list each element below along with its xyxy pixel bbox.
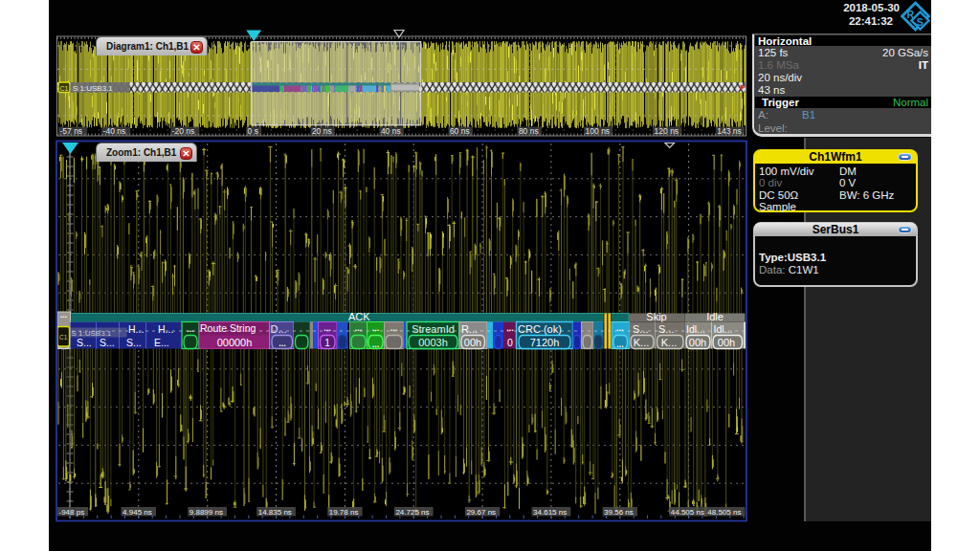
svg-text:Idl...: Idl... (686, 323, 705, 335)
svg-text:ACK: ACK (348, 311, 370, 322)
svg-text:40 ns: 40 ns (381, 126, 401, 136)
svg-text:StreamId: StreamId (412, 323, 455, 335)
svg-text:44.505 ns: 44.505 ns (671, 508, 704, 517)
svg-text:...: ... (616, 340, 624, 349)
svg-text:00h: 00h (718, 337, 735, 348)
svg-text:00h: 00h (464, 337, 481, 348)
svg-text:1: 1 (324, 338, 330, 348)
svg-text:120 ns: 120 ns (655, 126, 679, 136)
svg-text:R...: R... (461, 323, 478, 335)
svg-text:48.505 ns: 48.505 ns (707, 508, 741, 517)
svg-text:14.835 ns: 14.835 ns (258, 508, 292, 517)
svg-text:29.67 ns: 29.67 ns (466, 508, 496, 517)
svg-text:00h: 00h (689, 337, 706, 348)
svg-text:-20 ns: -20 ns (172, 126, 195, 136)
svg-text:S 1:USB3.1: S 1:USB3.1 (72, 329, 112, 338)
svg-text:H...: H... (128, 323, 144, 335)
svg-text:S...: S... (100, 337, 115, 348)
svg-text:0003h: 0003h (418, 337, 448, 348)
svg-text:S...: S... (633, 323, 649, 335)
svg-text:S...: S... (77, 337, 92, 348)
svg-text:...: ... (278, 339, 286, 348)
svg-text:24.725 ns: 24.725 ns (395, 508, 429, 517)
svg-text:C1: C1 (59, 334, 68, 341)
svg-text:-948 ps: -948 ps (59, 508, 85, 517)
svg-text:H...: H... (158, 323, 173, 335)
svg-text:-40 ns: -40 ns (103, 126, 126, 136)
svg-text:Skip: Skip (646, 311, 666, 322)
svg-text:0: 0 (507, 337, 513, 348)
svg-text:...: ... (187, 324, 194, 334)
svg-text:K...: K... (661, 337, 678, 348)
svg-text:CRC (ok): CRC (ok) (518, 323, 562, 335)
svg-text:...: ... (60, 310, 68, 320)
svg-text:S 1:USB3.1: S 1:USB3.1 (73, 84, 113, 93)
svg-text:K...: K... (634, 337, 650, 348)
svg-text:0 s: 0 s (248, 126, 258, 136)
svg-text:19.78 ns: 19.78 ns (329, 508, 359, 517)
svg-text:Idle: Idle (706, 311, 724, 322)
svg-text:34.615 ns: 34.615 ns (533, 508, 567, 517)
svg-text:00000h: 00000h (217, 337, 253, 348)
svg-text:100 ns: 100 ns (586, 126, 611, 136)
svg-text:Idl...: Idl... (714, 323, 733, 335)
svg-text:C1: C1 (60, 85, 69, 92)
svg-text:D...: D... (271, 323, 287, 335)
svg-text:80 ns: 80 ns (519, 126, 539, 136)
svg-text:7120h: 7120h (530, 337, 560, 348)
svg-text:S: S (917, 16, 924, 28)
svg-text:20 ns: 20 ns (312, 126, 332, 136)
svg-text:S...: S... (658, 323, 675, 335)
svg-text:4.945 ns: 4.945 ns (122, 508, 152, 517)
svg-text:60 ns: 60 ns (450, 126, 470, 136)
svg-text:39.56 ns: 39.56 ns (604, 508, 634, 517)
svg-text:E...: E... (154, 337, 169, 348)
svg-text:S...: S... (126, 337, 142, 348)
svg-text:Route String: Route String (200, 322, 256, 334)
svg-text:...: ... (372, 340, 380, 349)
svg-text:9.8899 ns: 9.8899 ns (189, 508, 223, 517)
